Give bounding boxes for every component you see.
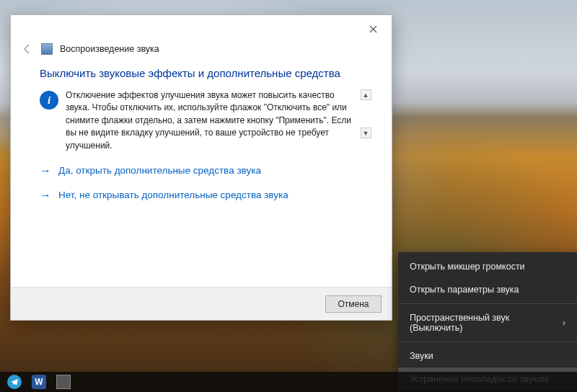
info-icon: i [40,91,58,110]
troubleshooter-dialog: Воспроизведение звука Выключить звуковые… [10,14,392,321]
menu-item[interactable]: Открыть параметры звука [398,278,577,301]
menu-item-label: Звуки [410,351,433,361]
close-button[interactable] [358,18,387,40]
scroll-up-icon[interactable]: ▲ [361,89,371,100]
sound-context-menu: Открыть микшер громкостиОткрыть параметр… [398,252,577,392]
scroll-down-icon[interactable]: ▼ [361,128,371,138]
menu-item-label: Пространственный звук (Выключить) [410,313,563,333]
menu-separator [398,342,577,342]
option-yes-label: Да, открыть дополнительные средства звук… [58,165,261,176]
arrow-right-icon: → [40,165,51,177]
explorer-icon [56,375,71,389]
option-no-label: Нет, не открывать дополнительные средств… [58,190,288,200]
menu-item-label: Открыть параметры звука [410,285,519,295]
telegram-icon [7,375,22,389]
menu-item[interactable]: Открыть микшер громкости [398,255,577,278]
dialog-description: Отключение эффектов улучшения звука може… [66,89,357,152]
menu-item[interactable]: Звуки [398,344,577,368]
menu-item-label: Открыть микшер громкости [410,262,525,272]
option-yes[interactable]: → Да, открыть дополнительные средства зв… [40,165,371,177]
dialog-heading: Выключить звуковые эффекты и дополнитель… [40,67,371,79]
cancel-button[interactable]: Отмена [325,295,382,313]
taskbar: W [0,372,577,392]
info-row: i Отключение эффектов улучшения звука мо… [40,89,371,152]
dialog-body: Выключить звуковые эффекты и дополнитель… [11,61,392,287]
window-title: Воспроизведение звука [60,44,159,54]
description-scrollbar[interactable]: ▲ ▼ [360,89,371,138]
taskbar-icon-explorer[interactable] [52,373,75,391]
option-no[interactable]: → Нет, не открывать дополнительные средс… [40,190,371,201]
cancel-label: Отмена [338,299,369,309]
back-arrow-icon[interactable] [21,43,34,55]
window-icon [41,43,53,55]
menu-item[interactable]: Пространственный звук (Выключить)› [398,306,577,339]
menu-separator [398,303,577,304]
dialog-footer: Отмена [11,287,392,320]
chevron-right-icon: › [563,318,565,328]
taskbar-icon-telegram[interactable] [3,373,26,391]
arrow-right-icon: → [40,190,51,201]
taskbar-icon-word[interactable]: W [27,373,50,391]
word-icon: W [32,375,46,389]
titlebar [11,15,392,43]
dialog-header: Воспроизведение звука [11,43,392,61]
